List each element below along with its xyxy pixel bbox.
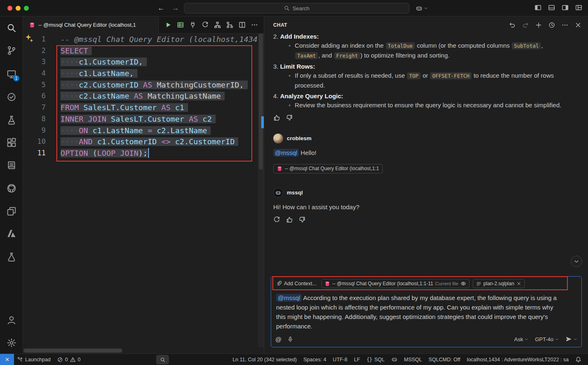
toggle-panel-button[interactable] (548, 4, 555, 13)
new-chat-icon[interactable] (535, 22, 542, 28)
sqlcmd-status[interactable]: SQLCMD: Off (425, 354, 464, 365)
search-view-icon[interactable] (0, 20, 23, 36)
more-actions-icon[interactable] (562, 22, 568, 28)
input-controls: @ Ask GPT-4o (275, 334, 577, 344)
extensions-icon[interactable] (0, 134, 23, 151)
send-button[interactable] (565, 336, 577, 342)
copilot-menu-button[interactable] (416, 3, 428, 13)
launchpad-button[interactable]: Launchpad (14, 354, 54, 365)
copilot-icon (391, 356, 397, 363)
assistant-list: 2. Add Indexes:◦Consider adding an index… (273, 34, 579, 110)
notifications-bell[interactable] (572, 354, 585, 365)
gutter: 1234567891011 (23, 34, 54, 159)
copilot-sparkle-icon[interactable] (25, 34, 34, 44)
test-beaker-icon[interactable] (0, 112, 23, 128)
zoom-window-button[interactable] (24, 6, 29, 11)
horizontal-scrollbar[interactable] (23, 349, 122, 353)
history-icon[interactable] (548, 22, 555, 28)
chat-panel: CHAT 2. Add Indexes:◦Consider adding an … (264, 16, 588, 353)
indentation-indicator[interactable]: Spaces: 4 (300, 354, 330, 365)
add-context-button[interactable]: Add Context... (274, 280, 318, 287)
thumbs-down-icon[interactable] (299, 216, 306, 226)
thumbs-down-icon[interactable] (286, 114, 293, 124)
context-chip-suffix: Current file (435, 281, 458, 286)
command-center-search[interactable]: Search (184, 3, 409, 14)
context-chip-editor[interactable]: -- @mssql Chat Query Editor (localhost,1… (321, 279, 469, 288)
mention-chip: @mssql (273, 149, 299, 157)
eol-indicator[interactable]: LF (351, 354, 363, 365)
accounts-icon[interactable] (0, 312, 23, 328)
notebook-icon[interactable] (0, 157, 23, 173)
retry-icon[interactable] (273, 216, 280, 226)
message-attachment-pill[interactable]: -- @mssql Chat Query Editor (localhost,1… (273, 164, 383, 173)
chat-input-lines: According to the execution plan shared b… (276, 294, 557, 330)
run-query-button[interactable] (165, 21, 172, 28)
chevron-down-icon (525, 337, 528, 341)
remote-indicator[interactable] (0, 354, 14, 365)
mention-picker-button[interactable]: @ (275, 336, 281, 343)
cursor-position-label: Ln 11, Col 20 (342 selected) (232, 357, 297, 363)
toggle-secondary-sidebar-button[interactable] (562, 4, 569, 13)
user-message-header: croblesm (273, 134, 579, 143)
model-picker-button[interactable]: GPT-4o (535, 336, 559, 342)
split-editor-button[interactable] (239, 21, 246, 28)
redo-icon[interactable] (522, 22, 529, 28)
customize-layout-button[interactable] (575, 4, 582, 13)
chat-header: CHAT (264, 16, 588, 34)
copilot-status[interactable] (388, 354, 401, 365)
problems-indicator[interactable]: 0 0 (54, 354, 84, 365)
multi-window-icon[interactable] (0, 203, 23, 219)
azure-icon[interactable] (0, 225, 23, 242)
context-row: Add Context... -- @mssql Chat Query Edit… (271, 277, 581, 291)
activity-bar: 1 (0, 16, 23, 353)
editor-tab[interactable]: -- @mssql Chat Query Editor (localhost,1 (23, 16, 159, 34)
feedback-row (273, 114, 579, 124)
scrollbar-thumb[interactable] (259, 34, 263, 169)
estimated-plan-button[interactable] (214, 21, 221, 28)
chat-body: 2. Add Indexes:◦Consider adding an index… (264, 34, 588, 271)
vertical-scrollbar[interactable] (258, 34, 264, 347)
toggle-primary-sidebar-button[interactable] (535, 4, 542, 13)
github-icon[interactable] (0, 180, 23, 196)
mode-picker-button[interactable]: Ask (514, 336, 529, 342)
close-icon[interactable] (575, 22, 581, 28)
chevron-down-icon (555, 337, 559, 341)
chevron-down-icon (574, 337, 577, 341)
mssql-status[interactable]: MSSQL (401, 354, 425, 365)
settings-gear-icon[interactable] (0, 335, 23, 351)
close-window-button[interactable] (7, 6, 12, 11)
thumbs-up-icon[interactable] (273, 114, 280, 124)
error-icon (57, 357, 63, 363)
navigate-back-icon[interactable]: ← (158, 4, 165, 12)
chat-input-text[interactable]: @mssql According to the execution plan s… (271, 291, 581, 333)
actual-plan-button[interactable] (226, 21, 233, 28)
circle-check-icon[interactable] (0, 89, 23, 105)
encoding-indicator[interactable]: UTF-8 (330, 354, 351, 365)
navigate-forward-icon[interactable]: → (172, 4, 179, 12)
thumbs-up-icon[interactable] (286, 216, 293, 226)
code-editor[interactable]: 1234567891011 -- @mssql Chat Query Edito… (23, 34, 264, 347)
connection-status[interactable]: localhost,1434 : AdventureWorksLT2022 : … (463, 354, 572, 365)
mssql-icon[interactable] (0, 249, 23, 265)
remove-chip-icon[interactable] (516, 281, 521, 286)
undo-icon[interactable] (509, 22, 516, 28)
connection-label: localhost,1434 : AdventureWorksLT2022 : … (467, 357, 569, 363)
context-chip-sqlplan[interactable]: plan-2.sqlplan (473, 279, 525, 288)
remote-explorer-icon[interactable]: 1 (0, 66, 23, 82)
remote-icon (4, 356, 10, 363)
zoom-button[interactable] (156, 355, 169, 364)
language-mode-indicator[interactable]: {} SQL (363, 354, 388, 365)
cursor-position[interactable]: Ln 11, Col 20 (342 selected) (229, 354, 300, 365)
scroll-to-bottom-button[interactable] (571, 256, 582, 267)
change-connection-button[interactable] (202, 21, 209, 28)
more-actions-button[interactable] (251, 21, 258, 28)
microphone-icon[interactable] (287, 336, 293, 342)
sqlcmd-label: SQLCMD: Off (429, 357, 460, 363)
results-grid-button[interactable] (177, 21, 184, 28)
eye-icon[interactable] (460, 281, 466, 286)
source-control-icon[interactable] (0, 42, 23, 59)
disconnect-button[interactable] (189, 21, 196, 28)
minimize-window-button[interactable] (16, 6, 21, 11)
model-label: GPT-4o (535, 336, 553, 342)
mssql-file-icon (325, 281, 330, 286)
